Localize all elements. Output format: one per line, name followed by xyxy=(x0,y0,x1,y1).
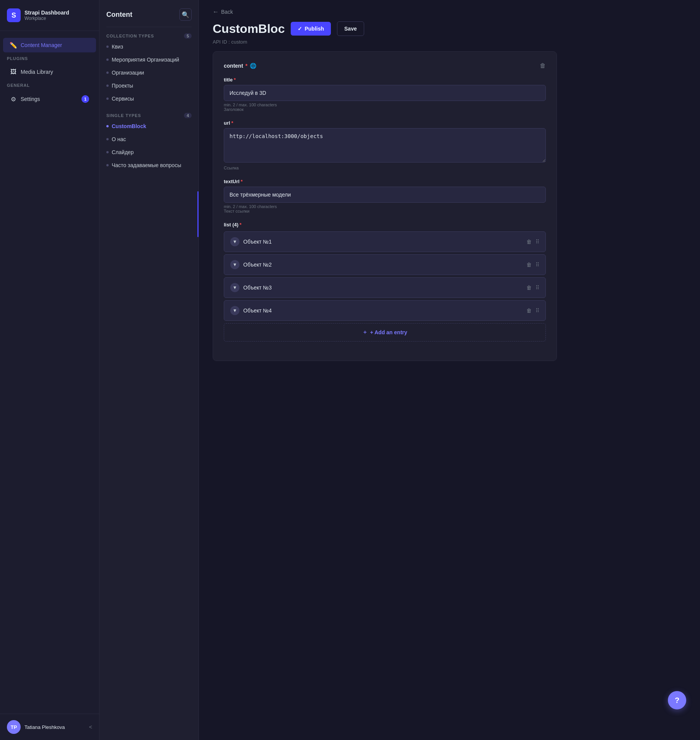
url-textarea[interactable]: http://localhost:3000/objects xyxy=(224,128,546,163)
card-trash-icon[interactable]: 🗑 xyxy=(540,62,546,69)
bullet-kviz xyxy=(106,46,109,48)
plugins-label: PLUGINS xyxy=(0,53,99,64)
nav-meropriyatiya[interactable]: Мероприятия Организаций xyxy=(99,53,199,66)
collection-types-header: COLLECTION TYPES 5 xyxy=(99,29,199,40)
sidebar-nav: ✏️ Content Manager PLUGINS 🖼 Media Libra… xyxy=(0,31,99,714)
list-items: ▼ Объект №1 🗑 ⠿ ▼ Объект №2 🗑 ⠿ xyxy=(224,231,546,321)
list-item-2-chevron[interactable]: ▼ xyxy=(230,260,239,269)
form-card-label: content * 🌐 xyxy=(224,63,256,69)
nav-kviz[interactable]: Квиз xyxy=(99,40,199,53)
api-id: API ID : custom xyxy=(213,39,247,45)
divider xyxy=(106,27,192,27)
url-required: * xyxy=(231,120,233,126)
main-title-row: CustomBloc ✓ Publish Save xyxy=(199,19,700,37)
sidebar-item-media-library[interactable]: 🖼 Media Library xyxy=(3,65,96,79)
list-item-3-name: Объект №3 xyxy=(243,285,523,291)
list-item: ▼ Объект №3 🗑 ⠿ xyxy=(224,277,546,298)
list-item-4-actions: 🗑 ⠿ xyxy=(526,307,539,314)
list-item-4-drag[interactable]: ⠿ xyxy=(536,307,539,314)
plus-icon: ＋ xyxy=(362,329,368,336)
texturl-field-group: textUrl * min. 2 / max. 100 characters Т… xyxy=(224,179,546,213)
sidebar-item-content-manager[interactable]: ✏️ Content Manager xyxy=(3,38,96,52)
user-name: Tatiana Pleshkova xyxy=(24,724,85,730)
collection-types-label: COLLECTION TYPES xyxy=(106,34,154,38)
title-field-group: title * min. 2 / max. 100 characters Заг… xyxy=(224,77,546,112)
required-star: * xyxy=(246,63,247,69)
form-card-header: content * 🌐 🗑 xyxy=(224,62,546,69)
app-name: Strapi Dashboard xyxy=(24,10,69,16)
list-item-1-trash[interactable]: 🗑 xyxy=(526,239,532,245)
bullet-organizatsii xyxy=(106,72,109,74)
list-item-4-trash[interactable]: 🗑 xyxy=(526,307,532,314)
url-field-group: url * http://localhost:3000/objects Ссыл… xyxy=(224,120,546,170)
app-sub: Workplace xyxy=(24,16,69,21)
texturl-input[interactable] xyxy=(224,187,546,203)
list-item-1-chevron[interactable]: ▼ xyxy=(230,237,239,246)
nav-proekty[interactable]: Проекты xyxy=(99,79,199,92)
search-button[interactable]: 🔍 xyxy=(179,8,192,21)
general-label: GENERAL xyxy=(0,80,99,91)
sidebar-title-block: Strapi Dashboard Workplace xyxy=(24,10,69,21)
list-item-2-trash[interactable]: 🗑 xyxy=(526,262,532,268)
list-item-2-actions: 🗑 ⠿ xyxy=(526,262,539,268)
sidebar-footer: TP Tatiana Pleshkova < xyxy=(0,714,99,740)
title-label: title * xyxy=(224,77,546,83)
title-input[interactable] xyxy=(224,85,546,101)
list-item-3-actions: 🗑 ⠿ xyxy=(526,285,539,291)
globe-icon: 🌐 xyxy=(250,63,256,69)
sidebar-header: S Strapi Dashboard Workplace xyxy=(0,0,99,31)
save-button[interactable]: Save xyxy=(337,21,364,36)
list-field-group: list (4) * ▼ Объект №1 🗑 ⠿ ▼ Объек xyxy=(224,222,546,342)
list-item-1-drag[interactable]: ⠿ xyxy=(536,239,539,245)
scroll-indicator xyxy=(197,191,199,237)
list-item-3-chevron[interactable]: ▼ xyxy=(230,283,239,292)
texturl-required: * xyxy=(241,179,243,184)
list-item: ▼ Объект №2 🗑 ⠿ xyxy=(224,254,546,275)
nav-customblock[interactable]: CustomBlock xyxy=(99,120,199,133)
add-entry-button[interactable]: ＋ + Add an entry xyxy=(224,323,546,342)
bullet-meropriyatiya xyxy=(106,59,109,61)
content-panel-header: Content 🔍 xyxy=(99,0,199,24)
list-label: list (4) * xyxy=(224,222,546,228)
list-item: ▼ Объект №4 🗑 ⠿ xyxy=(224,300,546,321)
list-item-4-name: Объект №4 xyxy=(243,307,523,314)
single-types-count: 4 xyxy=(184,113,192,118)
sidebar-item-settings[interactable]: ⚙ Settings 1 xyxy=(3,91,96,107)
title-required: * xyxy=(234,77,236,83)
collection-types-count: 5 xyxy=(184,33,192,39)
publish-button[interactable]: ✓ Publish xyxy=(291,22,331,36)
main-content: content * 🌐 🗑 title * min. 2 / max. 100 … xyxy=(199,51,700,375)
nav-faq[interactable]: Часто задаваемые вопросы xyxy=(99,159,199,172)
help-bubble[interactable]: ? xyxy=(668,691,686,709)
list-item-1-actions: 🗑 ⠿ xyxy=(526,239,539,245)
nav-slider[interactable]: Слайдер xyxy=(99,146,199,159)
list-item-4-chevron[interactable]: ▼ xyxy=(230,306,239,315)
list-required: * xyxy=(239,222,241,228)
collapse-button[interactable]: < xyxy=(89,724,92,730)
list-item-3-drag[interactable]: ⠿ xyxy=(536,285,539,291)
back-arrow-icon: ← xyxy=(213,8,219,15)
bullet-faq xyxy=(106,164,109,166)
texturl-label: textUrl * xyxy=(224,179,546,184)
url-label: url * xyxy=(224,120,546,126)
url-hint: Ссылка xyxy=(224,166,546,170)
list-item-2-drag[interactable]: ⠿ xyxy=(536,262,539,268)
bullet-customblock xyxy=(106,125,109,127)
list-item-1-name: Объект №1 xyxy=(243,239,523,245)
settings-badge: 1 xyxy=(81,95,89,103)
single-types-header: SINGLE TYPES 4 xyxy=(99,109,199,120)
main-area: ← Back CustomBloc ✓ Publish Save API ID … xyxy=(199,0,700,740)
content-manager-icon: ✏️ xyxy=(10,42,17,49)
bullet-proekty xyxy=(106,85,109,87)
search-icon: 🔍 xyxy=(182,11,189,18)
nav-o-nas[interactable]: О нас xyxy=(99,133,199,146)
back-link[interactable]: ← Back xyxy=(213,8,233,15)
media-library-icon: 🖼 xyxy=(10,68,17,75)
nav-organizatsii[interactable]: Организации xyxy=(99,66,199,79)
avatar: TP xyxy=(7,720,21,734)
list-item-2-name: Объект №2 xyxy=(243,262,523,268)
checkmark-icon: ✓ xyxy=(298,26,302,32)
settings-icon: ⚙ xyxy=(10,96,17,102)
list-item-3-trash[interactable]: 🗑 xyxy=(526,285,532,291)
nav-servisy[interactable]: Сервисы xyxy=(99,92,199,105)
